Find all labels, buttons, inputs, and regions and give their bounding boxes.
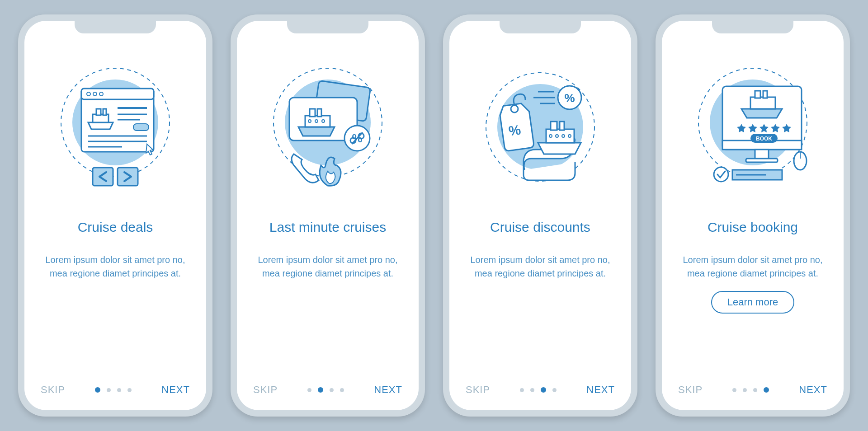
svg-point-33 (511, 105, 518, 112)
dot-3[interactable] (330, 388, 334, 392)
svg-rect-8 (96, 109, 101, 115)
skip-button[interactable]: SKIP (41, 384, 65, 396)
screen-4: BOOK Cruise booking Lorem ipsum dolor si… (662, 21, 844, 410)
svg-text:%: % (564, 91, 575, 105)
svg-rect-42 (560, 122, 564, 130)
svg-rect-41 (551, 122, 557, 130)
svg-rect-3 (81, 89, 154, 99)
page-dots (732, 387, 769, 393)
screen-1: Cruise deals Lorem ipsum dolor sit amet … (24, 21, 206, 410)
page-dots (95, 387, 132, 393)
svg-text:BOOK: BOOK (756, 136, 772, 142)
phone-notch (500, 21, 581, 33)
skip-button[interactable]: SKIP (678, 384, 703, 396)
tickets-hot-call-icon: % (260, 61, 396, 197)
svg-text:%: % (352, 131, 362, 145)
screen-description: Lorem ipsum dolor sit amet pro no, mea r… (43, 253, 188, 280)
svg-point-60 (714, 167, 728, 182)
svg-rect-55 (763, 91, 767, 98)
dot-4[interactable] (127, 388, 132, 392)
dot-3[interactable] (117, 388, 121, 392)
dot-2[interactable] (318, 387, 323, 393)
dot-1[interactable] (732, 388, 736, 392)
dot-1[interactable] (307, 388, 311, 392)
phone-mockup-2: % Last minute cruises Lorem ipsum dolor … (231, 14, 425, 417)
dot-1[interactable] (95, 387, 100, 393)
svg-rect-18 (118, 168, 138, 186)
svg-rect-9 (103, 109, 106, 115)
screen-description: Lorem ipsum dolor sit amet pro no, mea r… (468, 253, 613, 280)
page-dots (307, 387, 344, 393)
dot-1[interactable] (520, 388, 524, 392)
next-button[interactable]: NEXT (374, 384, 402, 396)
svg-rect-53 (750, 97, 775, 109)
phone-mockup-4: BOOK Cruise booking Lorem ipsum dolor si… (656, 14, 850, 417)
svg-rect-51 (755, 150, 769, 159)
phone-mockup-1: Cruise deals Lorem ipsum dolor sit amet … (18, 14, 212, 417)
dot-2[interactable] (530, 388, 534, 392)
discount-tags-ship-icon: % % (472, 61, 608, 197)
dot-2[interactable] (743, 388, 747, 392)
page-dots (520, 387, 557, 393)
svg-rect-13 (133, 124, 149, 131)
phone-notch (287, 21, 368, 33)
dot-3[interactable] (753, 388, 757, 392)
onboarding-nav: SKIP NEXT (237, 384, 419, 396)
screen-description: Lorem ipsum dolor sit amet pro no, mea r… (255, 253, 400, 280)
dot-3[interactable] (541, 387, 546, 393)
learn-more-button[interactable]: Learn more (711, 291, 795, 314)
next-button[interactable]: NEXT (799, 384, 827, 396)
svg-rect-54 (755, 91, 760, 98)
skip-button[interactable]: SKIP (466, 384, 490, 396)
onboarding-nav: SKIP NEXT (24, 384, 206, 396)
screen-title: Cruise discounts (490, 211, 590, 244)
onboarding-nav: SKIP NEXT (662, 384, 844, 396)
dot-2[interactable] (107, 388, 111, 392)
screen-description: Lorem ipsum dolor sit amet pro no, mea r… (680, 253, 825, 280)
onboarding-nav: SKIP NEXT (449, 384, 631, 396)
phone-mockup-3: % % Cruise discounts (443, 14, 637, 417)
phone-notch (712, 21, 793, 33)
screen-title: Cruise deals (78, 211, 153, 244)
svg-text:%: % (508, 122, 522, 138)
monitor-book-icon: BOOK (685, 61, 821, 197)
dot-4[interactable] (552, 388, 557, 392)
next-button[interactable]: NEXT (161, 384, 190, 396)
svg-rect-17 (93, 168, 113, 186)
screen-2: % Last minute cruises Lorem ipsum dolor … (237, 21, 419, 410)
skip-button[interactable]: SKIP (253, 384, 278, 396)
screen-title: Cruise booking (708, 211, 798, 244)
svg-rect-52 (746, 159, 778, 162)
dot-4[interactable] (764, 387, 769, 393)
phone-notch (75, 21, 156, 33)
dot-4[interactable] (340, 388, 344, 392)
screen-3: % % Cruise discounts (449, 21, 631, 410)
next-button[interactable]: NEXT (586, 384, 615, 396)
svg-rect-24 (310, 109, 315, 117)
screen-title: Last minute cruises (269, 211, 386, 244)
svg-rect-40 (546, 129, 574, 143)
svg-rect-25 (317, 109, 321, 117)
browser-cruise-icon (47, 61, 183, 197)
